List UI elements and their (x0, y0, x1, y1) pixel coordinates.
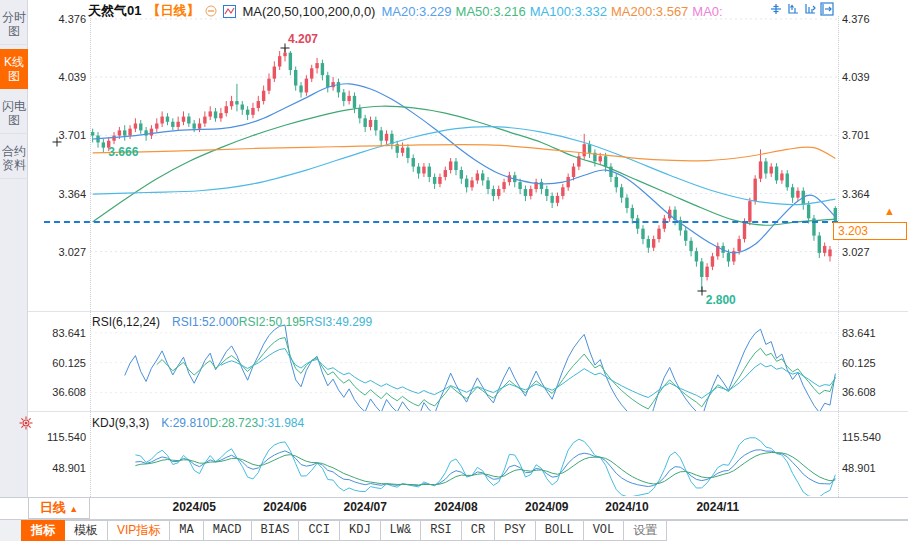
tab-CR[interactable]: CR (462, 520, 495, 541)
sidebar-item-option[interactable]: 合约资料 (0, 138, 28, 179)
candle-body (556, 196, 559, 203)
candlestick-chart[interactable] (90, 16, 838, 311)
candle-body (636, 218, 639, 228)
indicator-settings-icon[interactable] (19, 416, 33, 430)
zoom-axis-out-icon[interactable] (803, 2, 817, 16)
y-axis-tick: 60.125 (842, 357, 906, 369)
candle-body (209, 111, 212, 116)
y-axis-tick: 4.039 (842, 71, 906, 83)
tab-模板[interactable]: 模板 (65, 520, 108, 541)
futures-charting-window: 分时图K线图闪电图合约资料 天然气01 【日线】 MA(20,50,100,20… (0, 0, 908, 541)
sidebar-item-active[interactable]: K线图 (0, 49, 28, 89)
ma200-line (93, 145, 836, 161)
y-axis-tick: 4.376 (842, 13, 906, 25)
y-axis-tick: 3.701 (842, 129, 906, 141)
sidebar-item-option[interactable]: 闪电图 (0, 93, 28, 134)
candle-body (647, 239, 650, 248)
candle-body (257, 101, 260, 108)
candle-body (219, 113, 222, 118)
candle-body (502, 182, 505, 189)
ma50-line (93, 106, 836, 225)
indicator-value: K:29.810 (161, 416, 209, 430)
candle-body (433, 177, 436, 184)
candle-body (583, 144, 586, 156)
tab-LW&[interactable]: LW& (381, 520, 422, 541)
candle-body (786, 174, 789, 188)
right-axis-border (838, 16, 839, 497)
kdj-values-group: K:29.810D:28.723J:31.984 (161, 416, 304, 430)
candle-body (230, 101, 233, 106)
candle-body (727, 253, 730, 262)
candle-body (112, 136, 115, 141)
candle-body (134, 123, 137, 128)
crosshair-icon[interactable] (769, 2, 783, 16)
candle-body (102, 142, 105, 147)
candle-body (241, 105, 244, 110)
pan-right-icon[interactable] (820, 2, 834, 16)
candle-body (214, 111, 217, 118)
candle-body (615, 177, 618, 187)
x-axis-label: 2024/10 (605, 500, 648, 514)
tab-VOL[interactable]: VOL (584, 520, 625, 541)
sidebar-item-option[interactable]: 分时图 (0, 4, 28, 45)
rsi1-line (125, 325, 836, 411)
indicator-value: J:31.984 (258, 416, 304, 430)
last-price-line (44, 221, 838, 223)
candle-body (743, 222, 746, 239)
candle-body (604, 156, 607, 166)
y-axis-tick: 3.364 (842, 188, 906, 200)
candle-body (823, 246, 826, 253)
candle-body (566, 177, 569, 187)
candle-body (369, 120, 372, 127)
candle-body (486, 180, 489, 189)
candle-body (828, 249, 831, 256)
zoom-axis-in-icon[interactable] (786, 2, 800, 16)
tab-KDJ[interactable]: KDJ (340, 520, 381, 541)
tab-MACD[interactable]: MACD (204, 520, 252, 541)
x-axis-label: 2024/11 (696, 500, 739, 514)
kdj-j-line (135, 438, 835, 496)
y-axis-tick: 115.540 (842, 431, 906, 443)
candle-body (700, 261, 703, 277)
candle-body (187, 117, 190, 124)
tab-指标[interactable]: 指标 (21, 520, 65, 541)
candle-body (406, 148, 409, 158)
candle-body (198, 123, 201, 128)
candle-body (711, 256, 714, 266)
period-selector-label: 日线 (40, 500, 66, 515)
tab-BOLL[interactable]: BOLL (536, 520, 584, 541)
candle-body (289, 53, 292, 70)
candle-body (182, 117, 185, 122)
tab-设置[interactable]: 设置 (624, 520, 667, 541)
candle-body (759, 161, 762, 178)
y-axis-tick: 36.608 (842, 386, 906, 398)
ref-price-label: 3.666 (108, 145, 138, 159)
tab-MA[interactable]: MA (170, 520, 203, 541)
period-selector-button[interactable]: 日线 ▲ (28, 497, 90, 519)
period-up-arrow-icon: ▲ (69, 504, 78, 514)
candle-body (235, 101, 238, 104)
candle-body (283, 53, 286, 56)
candle-body (267, 79, 270, 91)
tab-RSI[interactable]: RSI (421, 520, 462, 541)
chart-toolbar (769, 2, 834, 16)
candle-body (791, 187, 794, 197)
rsi-title: RSI(6,12,24) (92, 315, 160, 329)
candle-body (454, 161, 457, 170)
y-axis-tick: 60.125 (30, 357, 86, 369)
candle-body (251, 108, 254, 115)
candle-body (342, 92, 345, 101)
candle-body (118, 130, 121, 135)
tab-CCI[interactable]: CCI (299, 520, 340, 541)
tab-BIAS[interactable]: BIAS (252, 520, 300, 541)
candle-body (497, 189, 500, 196)
y-axis-tick: 3.364 (30, 188, 86, 200)
tab-PSY[interactable]: PSY (495, 520, 536, 541)
candle-body (599, 156, 602, 161)
candle-body (492, 189, 495, 196)
candle-body (358, 108, 361, 118)
candle-body (470, 180, 473, 187)
candle-body (684, 230, 687, 240)
candle-body (262, 91, 265, 101)
tab-VIP指标[interactable]: VIP指标 (108, 520, 170, 541)
